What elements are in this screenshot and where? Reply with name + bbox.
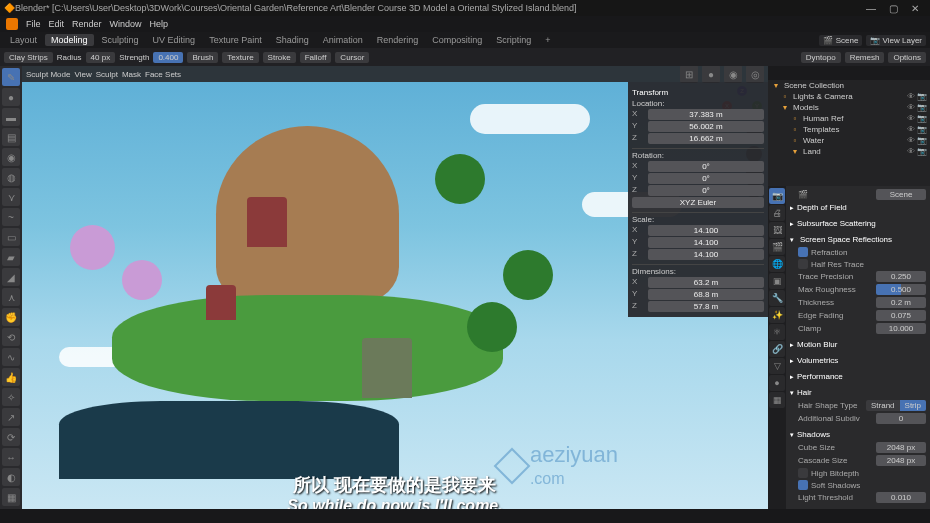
refraction-checkbox[interactable] [798,247,808,257]
tool-nudge[interactable]: ↗ [2,408,20,426]
prop-tab-render[interactable]: 📷 [769,188,785,204]
outliner-root[interactable]: ▾Scene Collection [768,80,930,91]
tool-crease[interactable]: ⋎ [2,188,20,206]
falloff-menu[interactable]: Falloff [300,52,332,63]
dim-x-field[interactable]: 63.2 m [648,277,764,288]
brush-menu[interactable]: Brush [187,52,218,63]
outliner-item[interactable]: ▫Lights & Camera👁 📷 [768,91,930,102]
menu-edit[interactable]: Edit [49,19,65,29]
prop-tab-object[interactable]: ▣ [769,273,785,289]
clamp-field[interactable]: 10.000 [876,323,926,334]
tool-clay[interactable]: ● [2,88,20,106]
trace-field[interactable]: 0.250 [876,271,926,282]
brush-select[interactable]: Clay Strips [4,52,53,63]
tool-fill[interactable]: ▰ [2,248,20,266]
subdiv-field[interactable]: 0 [876,413,926,424]
thresh-field[interactable]: 0.010 [876,492,926,503]
tool-draw[interactable]: ✎ [2,68,20,86]
tool-snake[interactable]: ∿ [2,348,20,366]
rot-y-field[interactable]: 0° [648,173,764,184]
tab-layout[interactable]: Layout [4,34,43,46]
tool-pose[interactable]: ✧ [2,388,20,406]
dim-z-field[interactable]: 57.8 m [648,301,764,312]
tab-animation[interactable]: Animation [317,34,369,46]
vp-menu-view[interactable]: View [74,70,91,79]
minimize-button[interactable]: — [860,3,882,14]
tab-compositing[interactable]: Compositing [426,34,488,46]
rot-z-field[interactable]: 0° [648,185,764,196]
outliner-item[interactable]: ▾Land👁 📷 [768,146,930,157]
rough-field[interactable]: 0.500 [876,284,926,295]
prop-tab-scene[interactable]: 🎬 [769,239,785,255]
texture-menu[interactable]: Texture [222,52,258,63]
tab-modeling[interactable]: Modeling [45,34,94,46]
tool-pinch[interactable]: ⋏ [2,288,20,306]
outliner-item[interactable]: ▾Models👁 📷 [768,102,930,113]
menu-file[interactable]: File [26,19,41,29]
radius-field[interactable]: 40 px [86,52,116,63]
softshadow-checkbox[interactable] [798,480,808,490]
tab-add[interactable]: + [539,34,556,46]
tab-shading[interactable]: Shading [270,34,315,46]
prop-tab-modifiers[interactable]: 🔧 [769,290,785,306]
dim-y-field[interactable]: 68.8 m [648,289,764,300]
tool-claystrips[interactable]: ▬ [2,108,20,126]
viewport[interactable]: Sculpt Mode View Sculpt Mask Face Sets ⊞… [22,66,768,523]
tab-sculpting[interactable]: Sculpting [96,34,145,46]
prop-tab-texture[interactable]: ▦ [769,392,785,408]
tool-flatten[interactable]: ▭ [2,228,20,246]
cursor-menu[interactable]: Cursor [335,52,369,63]
tab-texpaint[interactable]: Texture Paint [203,34,268,46]
tab-uv[interactable]: UV Editing [147,34,202,46]
prop-tab-world[interactable]: 🌐 [769,256,785,272]
strength-field[interactable]: 0.400 [153,52,183,63]
prop-tab-constraints[interactable]: 🔗 [769,341,785,357]
tool-grab[interactable]: ✊ [2,308,20,326]
tool-scrape[interactable]: ◢ [2,268,20,286]
mblur-panel[interactable]: Motion Blur [790,338,926,351]
options-menu[interactable]: Options [888,52,926,63]
tool-slide[interactable]: ↔ [2,448,20,466]
bitdepth-checkbox[interactable] [798,468,808,478]
outliner-item[interactable]: ▫Human Ref👁 📷 [768,113,930,124]
vp-menu-facesets[interactable]: Face Sets [145,70,181,79]
scale-z-field[interactable]: 14.100 [648,249,764,260]
vol-panel[interactable]: Volumetrics [790,354,926,367]
tool-inflate[interactable]: ◉ [2,148,20,166]
tab-scripting[interactable]: Scripting [490,34,537,46]
outliner-item[interactable]: ▫Templates👁 📷 [768,124,930,135]
shadow-panel[interactable]: Shadows [790,428,926,441]
tool-elastic[interactable]: ⟲ [2,328,20,346]
prop-tab-output[interactable]: 🖨 [769,205,785,221]
tool-mask[interactable]: ◐ [2,468,20,486]
menu-window[interactable]: Window [110,19,142,29]
outliner-item[interactable]: ▫Water👁 📷 [768,135,930,146]
vp-menu-sculpt[interactable]: Sculpt [96,70,118,79]
tool-layer[interactable]: ▤ [2,128,20,146]
cascade-field[interactable]: 2048 px [876,455,926,466]
prop-tab-viewlayer[interactable]: 🖼 [769,222,785,238]
loc-x-field[interactable]: 37.383 m [648,109,764,120]
remesh-menu[interactable]: Remesh [845,52,885,63]
close-button[interactable]: ✕ [904,3,926,14]
stroke-menu[interactable]: Stroke [263,52,296,63]
hair-shape-toggle[interactable]: StrandStrip [866,400,926,411]
scene-dropdown[interactable]: 🎬 Scene [819,35,862,46]
prop-tab-data[interactable]: ▽ [769,358,785,374]
dyntopo-toggle[interactable]: Dyntopo [801,52,841,63]
viewlayer-dropdown[interactable]: 📷 View Layer [866,35,926,46]
tool-faceset[interactable]: ▦ [2,488,20,506]
scale-y-field[interactable]: 14.100 [648,237,764,248]
perf-panel[interactable]: Performance [790,370,926,383]
dof-panel[interactable]: Depth of Field [790,201,926,214]
menu-render[interactable]: Render [72,19,102,29]
loc-y-field[interactable]: 56.002 m [648,121,764,132]
loc-z-field[interactable]: 16.662 m [648,133,764,144]
shading-wire-icon[interactable]: ⊞ [680,66,698,83]
tool-thumb[interactable]: 👍 [2,368,20,386]
transform-header[interactable]: Transform [632,86,764,99]
fade-field[interactable]: 0.075 [876,310,926,321]
prop-tab-material[interactable]: ● [769,375,785,391]
mode-select[interactable]: Sculpt Mode [26,70,70,79]
tab-rendering[interactable]: Rendering [371,34,425,46]
